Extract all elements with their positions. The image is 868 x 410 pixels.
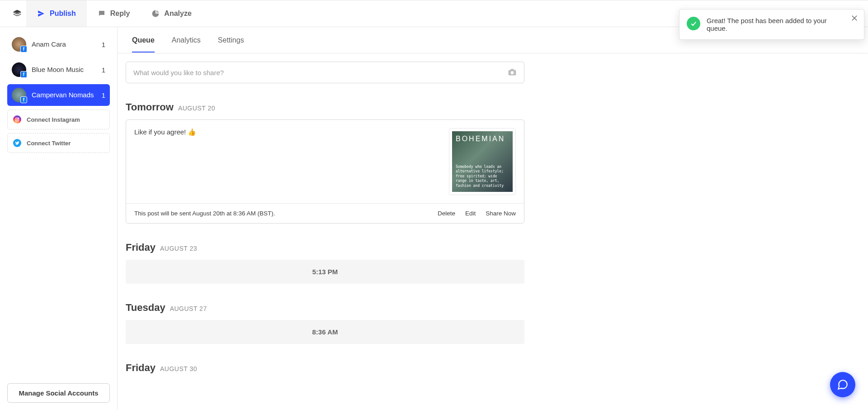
tab-analytics[interactable]: Analytics (172, 28, 201, 52)
svg-point-2 (18, 118, 19, 119)
post-share-now-button[interactable]: Share Now (486, 210, 516, 217)
manage-social-accounts-label: Manage Social Accounts (19, 389, 98, 397)
avatar: f (12, 62, 26, 77)
sidebar-account-campervan-nomads[interactable]: f Campervan Nomads 1 (7, 84, 110, 106)
account-name: Blue Moon Music (32, 66, 96, 74)
account-queue-count: 1 (102, 91, 105, 99)
nav-reply-label: Reply (110, 10, 130, 18)
composer[interactable]: What would you like to share? (126, 62, 524, 83)
post-footer: This post will be sent August 20th at 8:… (126, 203, 524, 223)
composer-placeholder: What would you like to share? (133, 69, 224, 76)
facebook-badge-icon: f (20, 71, 27, 78)
post-delete-button[interactable]: Delete (438, 210, 455, 217)
queue-content: What would you like to share? Tomorrow A… (126, 53, 524, 407)
day-label: Friday (126, 242, 156, 253)
day-label: Tomorrow (126, 101, 174, 113)
main-panel: Queue Analytics Settings What would you … (118, 27, 868, 410)
day-date: AUGUST 27 (170, 305, 207, 312)
chat-icon (837, 379, 849, 391)
day-date: AUGUST 30 (160, 365, 197, 372)
post-actions: Delete Edit Share Now (438, 210, 516, 217)
avatar: f (12, 88, 26, 102)
avatar: f (12, 37, 26, 52)
reply-icon (98, 10, 106, 18)
nav-analyze-label: Analyze (164, 10, 191, 18)
post-text: Like if you agree! 👍 (134, 128, 442, 195)
chat-fab[interactable] (830, 372, 855, 397)
day-header-tomorrow: Tomorrow AUGUST 20 (126, 101, 524, 113)
buffer-logo-icon[interactable] (8, 0, 26, 27)
account-queue-count: 1 (102, 41, 105, 48)
thumb-caption: Somebody who leads an alternative lifest… (456, 165, 509, 188)
instagram-icon (13, 115, 21, 124)
connect-instagram-label: Connect Instagram (27, 116, 80, 123)
connect-twitter-label: Connect Twitter (27, 140, 71, 147)
camera-icon[interactable] (508, 67, 517, 78)
day-date: AUGUST 20 (178, 105, 215, 112)
sidebar-account-anam-cara[interactable]: f Anam Cara 1 (7, 33, 110, 55)
day-label: Tuesday (126, 302, 165, 314)
publish-icon (37, 10, 45, 18)
nav-analyze[interactable]: Analyze (141, 0, 202, 27)
day-label: Friday (126, 362, 156, 374)
close-icon (850, 14, 859, 22)
nav-publish-label: Publish (50, 10, 76, 18)
sidebar-account-blue-moon-music[interactable]: f Blue Moon Music 1 (7, 59, 110, 81)
connect-twitter[interactable]: Connect Twitter (7, 133, 110, 153)
nav-reply[interactable]: Reply (87, 0, 141, 27)
toast-message: Great! The post has been added to your q… (707, 17, 846, 32)
post-thumbnail-image: BOHEMIAN Somebody who leads an alternati… (452, 131, 513, 192)
day-header-friday-30: Friday AUGUST 30 (126, 362, 524, 374)
slot-time: 8:36 AM (312, 328, 338, 336)
twitter-icon (13, 139, 21, 147)
svg-point-1 (16, 119, 18, 120)
check-icon (687, 17, 700, 30)
post-card: Like if you agree! 👍 BOHEMIAN Somebody w… (126, 119, 524, 224)
day-header-friday-23: Friday AUGUST 23 (126, 242, 524, 253)
tab-settings[interactable]: Settings (218, 28, 244, 52)
account-name: Campervan Nomads (32, 91, 96, 99)
analyze-icon (151, 10, 160, 18)
sidebar: f Anam Cara 1 f Blue Moon Music 1 f Camp… (0, 27, 118, 410)
facebook-badge-icon: f (20, 96, 27, 103)
empty-slot[interactable]: 8:36 AM (126, 320, 524, 344)
post-thumbnail[interactable]: BOHEMIAN Somebody who leads an alternati… (449, 128, 516, 195)
nav-publish[interactable]: Publish (26, 0, 87, 27)
account-queue-count: 1 (102, 66, 105, 74)
post-edit-button[interactable]: Edit (465, 210, 476, 217)
account-name: Anam Cara (32, 40, 96, 48)
connect-instagram[interactable]: Connect Instagram (7, 110, 110, 129)
tab-queue[interactable]: Queue (132, 28, 155, 52)
empty-slot[interactable]: 5:13 PM (126, 260, 524, 284)
manage-social-accounts-button[interactable]: Manage Social Accounts (7, 383, 110, 403)
thumb-title: BOHEMIAN (456, 135, 509, 143)
facebook-badge-icon: f (20, 46, 27, 52)
slot-time: 5:13 PM (312, 268, 338, 276)
toast-success: Great! The post has been added to your q… (679, 9, 864, 40)
post-schedule-note: This post will be sent August 20th at 8:… (134, 210, 275, 217)
toast-close-button[interactable] (850, 14, 859, 24)
day-date: AUGUST 23 (160, 245, 197, 252)
day-header-tuesday-27: Tuesday AUGUST 27 (126, 302, 524, 314)
post-body: Like if you agree! 👍 BOHEMIAN Somebody w… (126, 120, 524, 203)
